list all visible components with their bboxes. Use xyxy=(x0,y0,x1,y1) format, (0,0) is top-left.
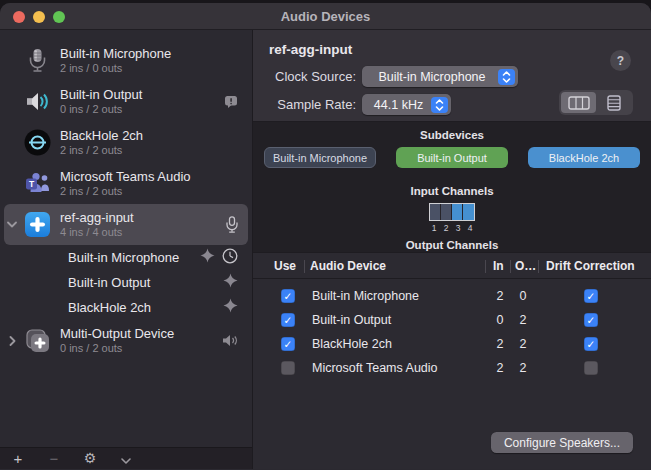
drift-icon xyxy=(200,248,215,267)
drift-icon xyxy=(223,273,238,292)
table-row[interactable]: Microsoft Teams Audio 2 2 xyxy=(253,357,651,381)
device-io-summary: 2 ins / 0 outs xyxy=(60,61,252,75)
cell-in: 2 xyxy=(490,361,510,375)
channel-number: 3 xyxy=(452,223,464,233)
cell-audio-device: Built-in Output xyxy=(312,313,391,327)
column-divider xyxy=(510,260,511,273)
channel-number: 1 xyxy=(428,223,440,233)
remove-device-button[interactable]: − xyxy=(46,451,62,466)
column-divider xyxy=(304,260,305,273)
device-row-microsoft-teams-audio[interactable]: T Microsoft Teams Audio 2 ins / 2 outs xyxy=(0,163,252,204)
subdevice-row-blackhole-2ch[interactable]: BlackHole 2ch xyxy=(0,295,252,320)
device-io-summary: 0 ins / 2 outs xyxy=(60,102,224,116)
subdevices-section: Subdevices Built-in Microphone Built-in … xyxy=(253,122,651,253)
gear-icon[interactable]: ⚙ xyxy=(82,451,98,466)
sample-rate-value: 44.1 kHz xyxy=(372,98,431,112)
blackhole-device-icon xyxy=(24,129,51,156)
device-row-built-in-microphone[interactable]: Built-in Microphone 2 ins / 0 outs xyxy=(0,40,252,81)
close-button[interactable] xyxy=(13,11,25,23)
sidebar-toolbar: + − ⚙ xyxy=(0,447,252,469)
zoom-button[interactable] xyxy=(53,11,65,23)
aggregate-device-icon xyxy=(24,211,51,238)
use-checkbox[interactable] xyxy=(281,313,295,327)
stepper-icon xyxy=(498,69,515,85)
minimize-button[interactable] xyxy=(33,11,45,23)
drift-correction-checkbox[interactable] xyxy=(584,337,598,351)
table-body: Built-in Microphone 2 0 Built-in Output … xyxy=(253,285,651,381)
subdevice-chip-built-in-output[interactable]: Built-in Output xyxy=(396,147,508,168)
device-name: Multi-Output Device xyxy=(60,326,222,341)
device-row-multi-output-device[interactable]: Multi-Output Device 0 ins / 2 outs xyxy=(0,320,252,361)
input-channel-meter xyxy=(429,203,475,221)
column-header-audio-device[interactable]: Audio Device xyxy=(310,259,386,273)
clock-source-value: Built-in Microphone xyxy=(372,70,498,84)
device-row-built-in-output[interactable]: Built-in Output 0 ins / 2 outs xyxy=(0,81,252,122)
column-header-in[interactable]: In xyxy=(493,259,504,273)
cell-audio-device: BlackHole 2ch xyxy=(312,337,392,351)
cell-out: 0 xyxy=(513,289,533,303)
column-divider xyxy=(538,260,539,273)
audio-devices-window: Audio Devices Built-in Microphone 2 ins … xyxy=(0,3,651,470)
use-checkbox[interactable] xyxy=(281,289,295,303)
channel-1-cell xyxy=(430,204,441,220)
title-bar[interactable]: Audio Devices xyxy=(0,3,651,30)
cell-out: 2 xyxy=(513,337,533,351)
table-row[interactable]: Built-in Microphone 2 0 xyxy=(253,285,651,309)
channel-4-cell xyxy=(463,204,474,220)
use-checkbox[interactable] xyxy=(281,361,295,375)
drift-correction-checkbox[interactable] xyxy=(584,361,598,375)
use-checkbox[interactable] xyxy=(281,337,295,351)
aggregate-settings-section: ref-agg-input ? Clock Source: Built-in M… xyxy=(253,30,651,122)
device-io-summary: 2 ins / 2 outs xyxy=(60,184,252,198)
column-header-use[interactable]: Use xyxy=(274,259,296,273)
microphone-device-icon xyxy=(24,47,51,74)
chevron-right-icon[interactable] xyxy=(0,336,24,346)
speaker-device-icon xyxy=(24,88,51,115)
device-name: BlackHole 2ch xyxy=(60,128,252,143)
subdevice-name: BlackHole 2ch xyxy=(68,300,223,315)
device-list: Built-in Microphone 2 ins / 0 outs Built… xyxy=(0,30,252,447)
detail-panel: ref-agg-input ? Clock Source: Built-in M… xyxy=(253,30,651,469)
channel-2-cell xyxy=(441,204,452,220)
table-row[interactable]: Built-in Output 0 2 xyxy=(253,309,651,333)
chevron-down-icon[interactable] xyxy=(118,451,134,466)
window-title: Audio Devices xyxy=(281,9,371,24)
teams-device-icon: T xyxy=(24,170,51,197)
device-io-summary: 0 ins / 2 outs xyxy=(60,341,222,355)
subdevice-chip-blackhole-2ch[interactable]: BlackHole 2ch xyxy=(528,147,640,168)
cell-audio-device: Built-in Microphone xyxy=(312,289,419,303)
cell-in: 2 xyxy=(490,289,510,303)
channel-3-cell xyxy=(452,204,463,220)
clock-source-popup[interactable]: Built-in Microphone xyxy=(362,66,518,87)
input-channels-heading: Input Channels xyxy=(253,185,651,197)
column-header-out[interactable]: O… xyxy=(515,259,536,273)
sample-rate-popup[interactable]: 44.1 kHz xyxy=(362,94,451,115)
device-row-ref-agg-input[interactable]: ref-agg-input 4 ins / 4 outs xyxy=(0,204,252,245)
table-header: Use Audio Device In O… Drift Correction xyxy=(253,253,651,279)
channel-number: 4 xyxy=(464,223,476,233)
add-device-button[interactable]: + xyxy=(10,451,26,466)
drift-correction-checkbox[interactable] xyxy=(584,313,598,327)
help-button[interactable]: ? xyxy=(610,50,631,71)
aggregate-device-title: ref-agg-input xyxy=(269,42,352,57)
cell-out: 2 xyxy=(513,361,533,375)
configure-speakers-button[interactable]: Configure Speakers... xyxy=(491,432,633,453)
channel-view-segmented-control xyxy=(559,90,633,115)
columns-view-button[interactable] xyxy=(561,92,596,113)
device-row-blackhole-2ch[interactable]: BlackHole 2ch 2 ins / 2 outs xyxy=(0,122,252,163)
cell-in: 0 xyxy=(490,313,510,327)
cell-audio-device: Microsoft Teams Audio xyxy=(312,361,438,375)
channel-numbers: 1 2 3 4 xyxy=(253,223,651,233)
rows-view-button[interactable] xyxy=(596,92,631,113)
subdevice-name: Built-in Output xyxy=(68,275,223,290)
table-row[interactable]: BlackHole 2ch 2 2 xyxy=(253,333,651,357)
subdevice-row-built-in-output[interactable]: Built-in Output xyxy=(0,270,252,295)
subdevice-chip-built-in-microphone[interactable]: Built-in Microphone xyxy=(264,147,376,168)
column-header-drift-correction[interactable]: Drift Correction xyxy=(546,259,635,273)
subdevice-row-built-in-microphone[interactable]: Built-in Microphone xyxy=(0,245,252,270)
clock-source-label: Clock Source: xyxy=(253,69,356,84)
chevron-down-icon[interactable] xyxy=(0,221,24,228)
device-sidebar: Built-in Microphone 2 ins / 0 outs Built… xyxy=(0,30,253,469)
output-channels-heading: Output Channels xyxy=(253,239,651,251)
drift-correction-checkbox[interactable] xyxy=(584,289,598,303)
